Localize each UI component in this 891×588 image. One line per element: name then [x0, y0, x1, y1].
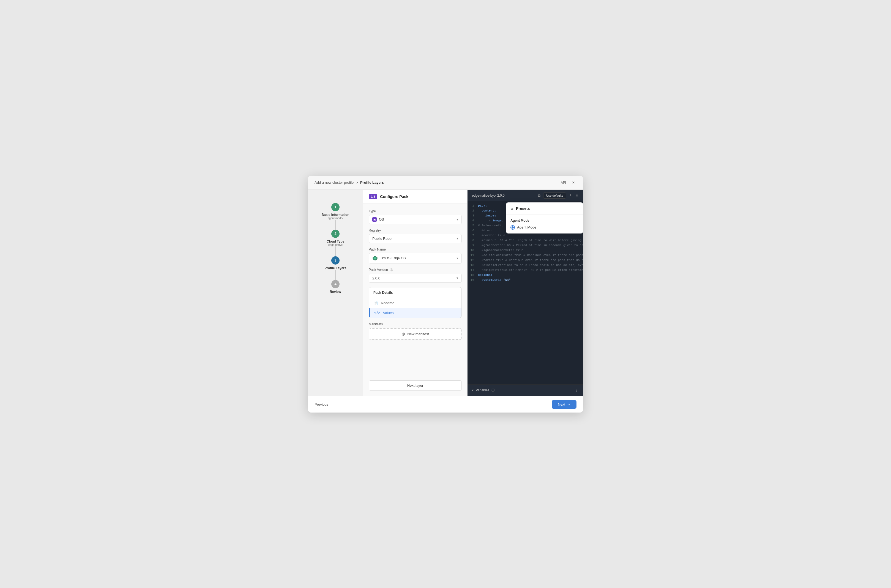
- presets-title: Presets: [516, 206, 530, 211]
- variables-section: ▾ Variables ⓘ ⋮: [467, 384, 583, 396]
- presets-header[interactable]: ▲ Presets: [506, 202, 583, 215]
- type-select[interactable]: ▣ OS ▾: [369, 215, 462, 224]
- preset-option-agent-mode[interactable]: Agent Mode: [511, 225, 579, 230]
- editor-title: edge-native-byoi 2.0.0: [472, 194, 505, 198]
- next-label: Next: [558, 402, 565, 406]
- breadcrumb-title: Add a new cluster profile: [314, 180, 354, 184]
- code-line-15: 15 options:: [467, 273, 583, 278]
- variables-left: ▾ Variables ⓘ: [472, 388, 495, 393]
- type-chevron-icon: ▾: [457, 218, 458, 221]
- variables-info-icon: ⓘ: [491, 388, 495, 393]
- center-panel: 1/3 Configure Pack Type ▣ OS ▾: [363, 190, 467, 396]
- pack-name-label: Pack Name: [369, 248, 462, 251]
- os-icon: ▣: [372, 217, 377, 222]
- registry-value: Public Repo: [372, 237, 392, 241]
- close-button[interactable]: ×: [570, 180, 577, 186]
- code-line-12: 12 #force: true # Continue even if there…: [467, 258, 583, 264]
- title-bar: Add a new cluster profile > Profile Laye…: [308, 176, 583, 190]
- pack-details-title: Pack Details: [369, 287, 461, 298]
- editor-actions: ⧉ Use defaults ⋮ ✕: [538, 192, 579, 199]
- step-circle-2: 2: [331, 230, 340, 238]
- breadcrumb-separator: >: [356, 180, 358, 184]
- sidebar: 1 Basic Information agent-mode- 2 Cloud …: [308, 190, 363, 396]
- title-bar-right: API ×: [561, 180, 577, 186]
- manifests-label: Manifests: [369, 322, 462, 326]
- editor-menu-icon[interactable]: ⋮: [569, 194, 572, 198]
- code-line-11: 11 #deleteLocalData: true # Continue eve…: [467, 254, 583, 258]
- step-label-3: Profile Layers: [325, 266, 346, 270]
- use-defaults-button[interactable]: Use defaults: [543, 192, 566, 199]
- preset-group: Agent Mode Agent Mode: [506, 215, 583, 234]
- configure-pack-title: Configure Pack: [380, 195, 408, 199]
- type-label: Type: [369, 209, 462, 213]
- step-profile-layers[interactable]: 3 Profile Layers: [308, 251, 363, 275]
- step-circle-3: 3: [331, 256, 340, 265]
- step-cloud-type[interactable]: 2 Cloud Type edge-native: [308, 225, 363, 251]
- code-line-9: 9 #gracePeriod: 60 # Period of time in s…: [467, 244, 583, 249]
- pack-name-chevron-icon: ▾: [457, 256, 458, 260]
- radio-dot: [512, 226, 514, 228]
- step-sublabel-1: agent-mode-: [328, 217, 343, 220]
- manifests-section: Manifests ⊕ New manifest: [369, 322, 462, 340]
- pack-version-value: 2.0.0: [372, 276, 380, 280]
- pack-version-label: Pack Version ⓘ: [369, 268, 462, 272]
- step-review[interactable]: 4 Review: [308, 275, 363, 298]
- variables-chevron-icon[interactable]: ▾: [472, 388, 473, 392]
- presets-chevron-icon: ▲: [511, 207, 514, 210]
- code-line-16: 16 system.uri: "NA": [467, 278, 583, 283]
- code-line-8: 8 #timeout: 60 # The length of time to w…: [467, 239, 583, 244]
- pack-version-info-icon: ⓘ: [390, 268, 393, 272]
- type-value: OS: [379, 217, 384, 221]
- values-icon: </>: [374, 311, 380, 315]
- configure-pack-header: 1/3 Configure Pack: [363, 190, 467, 204]
- next-layer-button[interactable]: Next layer: [369, 380, 462, 390]
- pack-name-select[interactable]: BYOS Edge OS ▾: [369, 253, 462, 264]
- step-label-4: Review: [330, 290, 341, 294]
- values-label: Values: [383, 311, 394, 315]
- readme-label: Readme: [381, 301, 394, 305]
- api-link[interactable]: API: [561, 181, 566, 184]
- preset-option-label: Agent Mode: [517, 225, 536, 230]
- step-label-1: Basic Information: [322, 213, 349, 217]
- code-line-13: 13 #disableEviction: false # Force drain…: [467, 264, 583, 268]
- new-manifest-button[interactable]: ⊕ New manifest: [369, 328, 462, 340]
- code-editor-panel: edge-native-byoi 2.0.0 ⧉ Use defaults ⋮ …: [467, 190, 583, 396]
- new-manifest-label: New manifest: [407, 332, 429, 336]
- step-circle-4: 4: [331, 280, 340, 288]
- breadcrumb: Add a new cluster profile > Profile Laye…: [314, 180, 384, 184]
- radio-selected-icon: [511, 225, 515, 230]
- registry-group: Registry Public Repo ▾: [369, 228, 462, 243]
- pack-version-chevron-icon: ▾: [457, 276, 458, 280]
- readme-item[interactable]: 📄 Readme: [369, 298, 461, 308]
- bottom-bar: Previous Next →: [308, 396, 583, 412]
- step-basic-info[interactable]: 1 Basic Information agent-mode-: [308, 198, 363, 225]
- editor-close-icon[interactable]: ✕: [575, 194, 579, 198]
- readme-icon: 📄: [373, 301, 378, 305]
- pack-version-group: Pack Version ⓘ 2.0.0 ▾: [369, 268, 462, 283]
- code-line-7: 7 #cordon: true: [467, 234, 583, 239]
- variables-title: Variables: [476, 388, 489, 392]
- type-group: Type ▣ OS ▾: [369, 209, 462, 224]
- editor-header: edge-native-byoi 2.0.0 ⧉ Use defaults ⋮ …: [467, 190, 583, 201]
- variables-menu-icon[interactable]: ⋮: [575, 388, 579, 393]
- step-sublabel-2: edge-native: [328, 243, 343, 246]
- code-line-14: 14 #skipWaitForDeleteTimeout: 60 # If po…: [467, 268, 583, 273]
- code-line-10: 10 #ignoreDaemonSets: true: [467, 249, 583, 254]
- app-window: Add a new cluster profile > Profile Laye…: [308, 176, 583, 412]
- pack-name-group: Pack Name BYOS Edge OS ▾: [369, 248, 462, 264]
- step-label-2: Cloud Type: [327, 240, 344, 243]
- preset-group-title: Agent Mode: [511, 219, 579, 222]
- registry-select[interactable]: Public Repo ▾: [369, 234, 462, 243]
- step-badge: 1/3: [369, 194, 377, 199]
- plus-circle-icon: ⊕: [401, 332, 405, 337]
- breadcrumb-current: Profile Layers: [360, 180, 384, 184]
- next-button[interactable]: Next →: [552, 400, 577, 409]
- pack-form: Type ▣ OS ▾ Registry Public Repo ▾: [363, 204, 467, 380]
- previous-button[interactable]: Previous: [314, 402, 329, 406]
- values-item[interactable]: </> Values: [369, 308, 461, 318]
- copy-icon[interactable]: ⧉: [538, 193, 541, 198]
- step-circle-1: 1: [331, 203, 340, 211]
- pack-version-select[interactable]: 2.0.0 ▾: [369, 274, 462, 283]
- main-content: 1 Basic Information agent-mode- 2 Cloud …: [308, 190, 583, 396]
- registry-label: Registry: [369, 228, 462, 232]
